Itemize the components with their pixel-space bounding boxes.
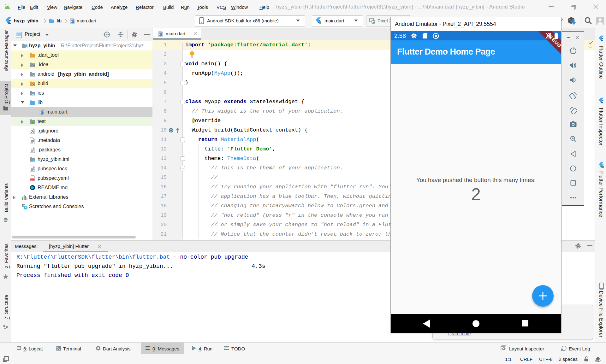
svg-text:YML: YML bbox=[30, 179, 35, 181]
